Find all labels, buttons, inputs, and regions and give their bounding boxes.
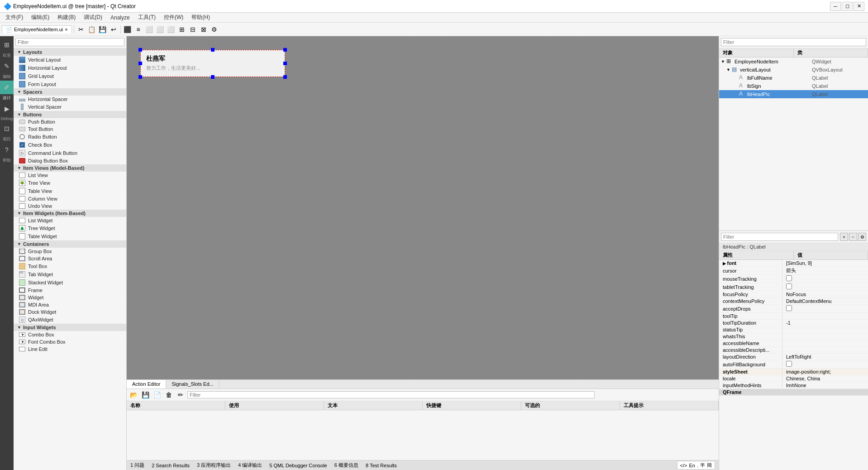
mousetracking-checkbox[interactable] xyxy=(786,275,792,281)
status-app-output[interactable]: 3 应用程序输出 xyxy=(197,462,231,469)
object-filter-input[interactable] xyxy=(721,38,866,46)
toolbar-btn-align-left[interactable]: ⬛ xyxy=(123,24,133,34)
widget-tool-box[interactable]: Tool Box xyxy=(14,262,126,270)
tree-row-vlayout[interactable]: ▼ ▤ verticalLayout QVBoxLayout xyxy=(719,66,868,74)
widget-mdi-area[interactable]: MDI Area xyxy=(14,301,126,308)
handle-ml[interactable] xyxy=(138,62,142,65)
menu-widget[interactable]: 控件(W) xyxy=(160,13,187,22)
status-lang[interactable]: </> En . 半 簡 xyxy=(677,461,715,470)
prop-row-locale[interactable]: locale Chinese, China xyxy=(719,375,868,382)
toolbar-btn-align-center[interactable]: ≡ xyxy=(134,24,143,34)
action-save-btn[interactable]: 💾 xyxy=(140,390,150,400)
acceptdrops-checkbox[interactable] xyxy=(786,305,792,311)
toolbar-btn-h-layout[interactable]: ⬜ xyxy=(155,24,165,34)
widget-vertical-layout[interactable]: Vertical Layout xyxy=(14,56,126,64)
status-test[interactable]: 8 Test Results xyxy=(366,463,397,468)
tab-action-editor[interactable]: Action Editor xyxy=(127,380,166,388)
section-buttons[interactable]: ▼ Buttons xyxy=(14,111,126,118)
prop-row-layoutdirection[interactable]: layoutDirection LeftToRight xyxy=(719,354,868,360)
widget-qax-widget[interactable]: Q QAxWidget xyxy=(14,316,126,324)
widget-check-box[interactable]: ✓ Check Box xyxy=(14,141,126,149)
status-summary[interactable]: 6 概要信息 xyxy=(334,462,358,469)
prop-row-tooltipduration[interactable]: toolTipDuration -1 xyxy=(719,320,868,326)
widget-group-box[interactable]: □ Group Box xyxy=(14,248,126,255)
tree-row-root[interactable]: ▼ ⊞ EmployeeNodeItem QWidget xyxy=(719,58,868,66)
bottom-filter-input[interactable] xyxy=(187,391,595,398)
section-containers[interactable]: ▼ Containers xyxy=(14,240,126,248)
prop-row-autofill[interactable]: autoFillBackground xyxy=(719,360,868,369)
prop-row-mousetracking[interactable]: mouseTracking xyxy=(719,275,868,283)
widget-tab-widget[interactable]: Tab Widget xyxy=(14,270,126,278)
widget-tool-button[interactable]: Tool Button xyxy=(14,125,126,133)
tablettracking-checkbox[interactable] xyxy=(786,283,792,289)
section-layouts[interactable]: ▼ Layouts xyxy=(14,48,126,56)
tree-row-lbheadpic[interactable]: A lbHeadPic QLabel xyxy=(719,90,868,98)
widget-list-widget[interactable]: List Widget xyxy=(14,217,126,224)
widget-combo-box[interactable]: ▼ Combo Box xyxy=(14,331,126,338)
menu-help[interactable]: 帮助(H) xyxy=(188,13,214,22)
toolbar-btn-grid[interactable]: ⊞ xyxy=(177,24,187,34)
menu-file[interactable]: 文件(F) xyxy=(2,13,27,22)
prop-row-tooltip[interactable]: toolTip xyxy=(719,313,868,320)
action-add-btn[interactable]: 📄 xyxy=(152,390,162,400)
menu-tools[interactable]: 工具(T) xyxy=(134,13,159,22)
widget-font-combo-box[interactable]: ▼ Font Combo Box xyxy=(14,338,126,345)
menu-debug[interactable]: 调试(D) xyxy=(80,13,106,22)
widget-radio-button[interactable]: Radio Button xyxy=(14,133,126,141)
widget-line-edit[interactable]: Line Edit xyxy=(14,345,126,353)
toolbar-btn-break[interactable]: ⊠ xyxy=(199,24,209,34)
prop-remove-btn[interactable]: − xyxy=(849,233,857,241)
sidebar-project[interactable]: ⊡ xyxy=(0,122,14,135)
prop-row-inputmethodhints[interactable]: inputMethodHints ImhNone xyxy=(719,382,868,389)
widget-scroll-area[interactable]: Scroll Area xyxy=(14,255,126,262)
widget-table-view[interactable]: Table View xyxy=(14,187,126,195)
action-delete-btn[interactable]: 🗑 xyxy=(164,390,174,400)
widget-v-spacer[interactable]: Vertical Spacer xyxy=(14,103,126,111)
widget-table-widget[interactable]: Table Widget xyxy=(14,232,126,240)
toolbar-btn-save[interactable]: 💾 xyxy=(98,24,108,34)
widget-command-link[interactable]: ▷ Command Link Button xyxy=(14,149,126,157)
section-input-widgets[interactable]: ▼ Input Widgets xyxy=(14,324,126,331)
status-problems[interactable]: 1 问题 xyxy=(130,462,144,469)
handle-mr[interactable] xyxy=(283,62,287,65)
prop-row-stylesheet[interactable]: styleSheet image-position:right; xyxy=(719,369,868,375)
handle-bm[interactable] xyxy=(211,75,215,79)
widget-dialog-button[interactable]: Dialog Button Box xyxy=(14,157,126,164)
widget-push-button[interactable]: Push Button xyxy=(14,118,126,125)
handle-tl[interactable] xyxy=(138,48,142,52)
section-item-widgets[interactable]: ▼ Item Widgets (Item-Based) xyxy=(14,210,126,217)
action-edit-btn[interactable]: ✏ xyxy=(176,390,186,400)
sidebar-edit[interactable]: ✎ xyxy=(0,59,14,73)
widget-frame[interactable]: Frame xyxy=(14,287,126,294)
autofill-checkbox[interactable] xyxy=(786,361,792,367)
menu-build[interactable]: 构建(B) xyxy=(54,13,79,22)
prop-row-accessibledesc[interactable]: accessibleDescripti... xyxy=(719,347,868,354)
widget-tree-view[interactable]: 🌳 Tree View xyxy=(14,179,126,187)
prop-row-cursor[interactable]: cursor 箭头 xyxy=(719,267,868,275)
prop-row-contextmenupolicy[interactable]: contextMenuPolicy DefaultContextMenu xyxy=(719,298,868,305)
prop-add-btn[interactable]: + xyxy=(840,233,848,241)
toolbar-btn-adjust[interactable]: ⚙ xyxy=(210,24,219,34)
widget-undo-view[interactable]: Undo View xyxy=(14,202,126,210)
prop-settings-btn[interactable]: ⚙ xyxy=(858,233,866,241)
toolbar-btn-align-right[interactable]: ⬜ xyxy=(144,24,154,34)
design-canvas[interactable]: 杜燕军 努力工作，生活更美好... xyxy=(127,36,719,379)
widget-column-view[interactable]: Column View xyxy=(14,195,126,202)
section-item-views[interactable]: ▼ Item Views (Model-Based) xyxy=(14,164,126,172)
widget-stacked-widget[interactable]: Stacked Widget xyxy=(14,278,126,287)
file-tab-close[interactable]: × xyxy=(65,27,67,32)
tree-row-lbsign[interactable]: A lbSign QLabel xyxy=(719,82,868,90)
prop-filter-input[interactable] xyxy=(721,233,838,241)
sidebar-design[interactable]: ✐ xyxy=(0,81,14,94)
prop-row-acceptdrops[interactable]: acceptDrops xyxy=(719,305,868,313)
action-open-btn[interactable]: 📂 xyxy=(129,390,138,400)
handle-br[interactable] xyxy=(283,75,287,79)
tree-row-lbfullname[interactable]: A lbFullName QLabel xyxy=(719,74,868,82)
prop-row-tablettracking[interactable]: tabletTracking xyxy=(719,283,868,291)
section-spacers[interactable]: ▼ Spacers xyxy=(14,88,126,96)
widget-form-layout[interactable]: Form Layout xyxy=(14,80,126,88)
prop-row-statustip[interactable]: statusTip xyxy=(719,326,868,333)
file-tab[interactable]: 📄 EmployeeNodeItem.ui × xyxy=(2,25,72,34)
widget-h-spacer[interactable]: Horizontal Spacer xyxy=(14,96,126,103)
menu-analyze[interactable]: Analyze xyxy=(107,14,134,22)
